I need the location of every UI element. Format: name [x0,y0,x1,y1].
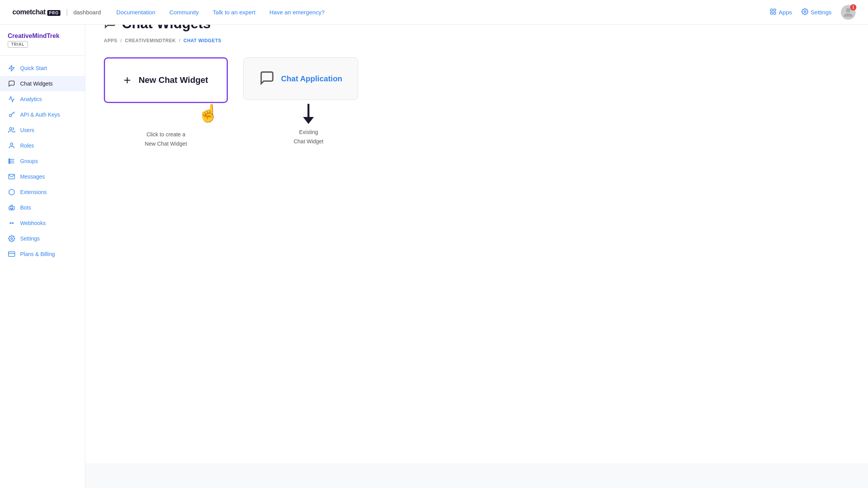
sidebar-item-roles[interactable]: Roles [0,138,85,153]
svg-marker-23 [303,117,314,124]
svg-line-8 [13,113,14,113]
breadcrumb-chat-widgets: CHAT WIDGETS [184,38,222,43]
sidebar-item-settings[interactable]: Settings [0,231,85,246]
svg-point-4 [804,11,806,13]
sidebar-item-users[interactable]: Users [0,122,85,138]
sidebar-brand-section: CreativeMindTrek TRIAL [0,33,85,56]
svg-rect-20 [9,252,15,256]
svg-point-19 [11,238,13,240]
sidebar-item-messages[interactable]: Messages [0,169,85,184]
talk-to-expert-link[interactable]: Talk to an expert [213,9,255,15]
svg-point-9 [10,127,12,130]
breadcrumb-creativemindtrek[interactable]: CREATIVEMINDTREK [125,38,176,43]
sidebar-item-chat-widgets[interactable]: Chat Widgets [0,76,85,91]
notification-badge: 1 [850,4,856,10]
logo-divider: | [66,8,68,17]
header: cometchatPRO | dashboard Documentation C… [0,0,868,25]
api-icon [8,111,16,119]
pro-badge: PRO [47,10,61,16]
arrow-down-area [301,104,315,125]
analytics-icon [8,95,16,103]
svg-rect-3 [773,12,775,14]
sidebar-item-analytics[interactable]: Analytics [0,91,85,107]
chat-app-label: Chat Application [281,74,342,83]
existing-widget-section: Chat Application ExistingChat Widget [243,57,358,146]
settings-link[interactable]: Settings [801,8,832,16]
sidebar-item-api-auth-keys[interactable]: API & Auth Keys [0,107,85,122]
new-widget-section: + New Chat Widget ☝ Click to create aNew… [104,57,228,149]
quick-start-icon [8,64,16,72]
user-avatar-wrap[interactable]: 1 [841,5,856,20]
sidebar: CreativeMindTrek TRIAL Quick Start Chat … [0,25,85,463]
svg-rect-1 [773,9,775,11]
groups-icon [8,157,16,165]
settings-label: Settings [811,9,832,15]
sidebar-item-plans-billing[interactable]: Plans & Billing [0,246,85,262]
new-chat-widget-card[interactable]: + New Chat Widget ☝ [104,57,228,103]
community-link[interactable]: Community [169,9,199,15]
chat-widgets-icon [8,80,16,88]
svg-rect-2 [770,12,772,14]
settings-icon [8,235,16,242]
arrow-down-icon [301,104,315,125]
logo-area: cometchatPRO | dashboard [12,8,101,17]
breadcrumb: APPS / CREATIVEMINDTREK / CHAT WIDGETS [104,38,849,43]
header-nav: Documentation Community Talk to an exper… [116,9,769,15]
sidebar-trial-badge: TRIAL [8,41,28,48]
apps-label: Apps [779,9,792,15]
svg-point-10 [10,143,13,145]
bots-icon [8,204,16,211]
svg-point-5 [9,114,12,117]
main-content: Chat Widgets APPS / CREATIVEMINDTREK / C… [85,0,868,463]
apps-grid-icon [770,8,777,16]
breadcrumb-sep-1: / [121,38,122,43]
documentation-link[interactable]: Documentation [116,9,155,15]
cursor-hand-icon: ☝ [198,103,219,123]
users-icon [8,126,16,134]
cards-area: + New Chat Widget ☝ Click to create aNew… [104,57,849,149]
sidebar-item-quick-start[interactable]: Quick Start [0,60,85,76]
svg-rect-0 [770,9,772,11]
emergency-link[interactable]: Have an emergency? [269,9,325,15]
roles-icon [8,142,16,149]
dashboard-label: dashboard [73,9,101,15]
extensions-icon [8,188,16,196]
new-widget-label: New Chat Widget [139,75,208,85]
brand-logo: cometchatPRO [12,8,60,16]
sidebar-item-groups[interactable]: Groups [0,153,85,169]
billing-icon [8,250,16,258]
svg-point-15 [10,208,11,208]
plus-icon: + [124,74,131,86]
new-widget-tooltip: Click to create aNew Chat Widget [145,130,187,149]
apps-link[interactable]: Apps [770,8,792,16]
svg-point-16 [12,208,13,208]
breadcrumb-sep-2: / [179,38,181,43]
sidebar-item-extensions[interactable]: Extensions [0,184,85,200]
breadcrumb-apps[interactable]: APPS [104,38,117,43]
messages-icon [8,173,16,180]
sidebar-item-webhooks[interactable]: Webhooks [0,215,85,231]
brand-name: cometchatPRO [12,8,60,16]
chat-app-speech-icon [259,70,275,87]
sidebar-brand-name: CreativeMindTrek [8,33,77,40]
webhooks-icon [8,219,16,227]
header-right: Apps Settings 1 [770,5,856,20]
settings-gear-icon [801,8,808,16]
existing-widget-tooltip: ExistingChat Widget [294,128,324,146]
sidebar-item-bots[interactable]: Bots [0,200,85,215]
svg-line-7 [14,113,14,113]
chat-application-card[interactable]: Chat Application [243,57,358,100]
